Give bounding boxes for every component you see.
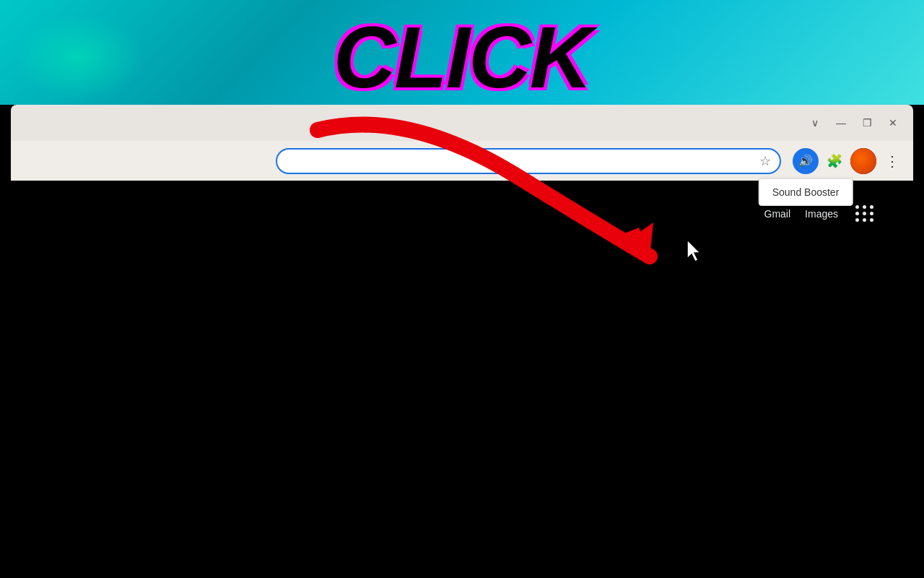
google-apps-button[interactable] xyxy=(853,202,877,225)
extensions-area: 🔊 Sound Booster 🧩 ⋮ xyxy=(793,148,902,174)
bg-glow xyxy=(14,14,144,101)
titlebar-controls: ∨ — ❐ ✕ xyxy=(809,117,899,129)
minimize-button[interactable]: — xyxy=(835,117,847,129)
browser-toolbar: ☆ 🔊 Sound Booster 🧩 xyxy=(11,141,913,181)
apps-dot xyxy=(870,212,873,215)
apps-dot xyxy=(863,212,866,215)
bookmark-star-icon[interactable]: ☆ xyxy=(759,153,771,169)
browser-menu-button[interactable]: ⋮ xyxy=(882,150,902,173)
avatar-image xyxy=(850,148,876,174)
maximize-button[interactable]: ❐ xyxy=(861,117,873,129)
extensions-puzzle-icon[interactable]: 🧩 xyxy=(821,148,847,174)
browser-window: ∨ — ❐ ✕ ☆ 🔊 xyxy=(11,105,913,181)
apps-dot xyxy=(855,205,859,209)
google-page-content: Gmail Images xyxy=(11,181,913,578)
address-bar[interactable]: ☆ xyxy=(276,148,781,174)
apps-dot xyxy=(855,218,859,222)
apps-dot xyxy=(855,212,859,215)
google-navbar: Gmail Images xyxy=(764,202,877,225)
sound-booster-wrapper: 🔊 Sound Booster xyxy=(793,148,819,174)
gmail-link[interactable]: Gmail xyxy=(764,208,791,220)
sound-booster-tooltip: Sound Booster xyxy=(759,178,853,206)
apps-dot xyxy=(870,205,873,209)
apps-dot xyxy=(870,218,873,222)
images-link[interactable]: Images xyxy=(805,208,838,220)
user-avatar-icon[interactable] xyxy=(850,148,876,174)
apps-dot xyxy=(863,205,866,209)
tab-dropdown-button[interactable]: ∨ xyxy=(809,117,821,129)
sound-icon-glyph: 🔊 xyxy=(798,154,813,168)
browser-titlebar: ∨ — ❐ ✕ xyxy=(11,105,913,141)
puzzle-icon-glyph: 🧩 xyxy=(827,153,842,169)
close-button[interactable]: ✕ xyxy=(887,117,899,129)
apps-dot xyxy=(863,218,866,222)
sound-booster-icon[interactable]: 🔊 xyxy=(793,148,819,174)
click-heading: CLICK xyxy=(334,7,591,107)
